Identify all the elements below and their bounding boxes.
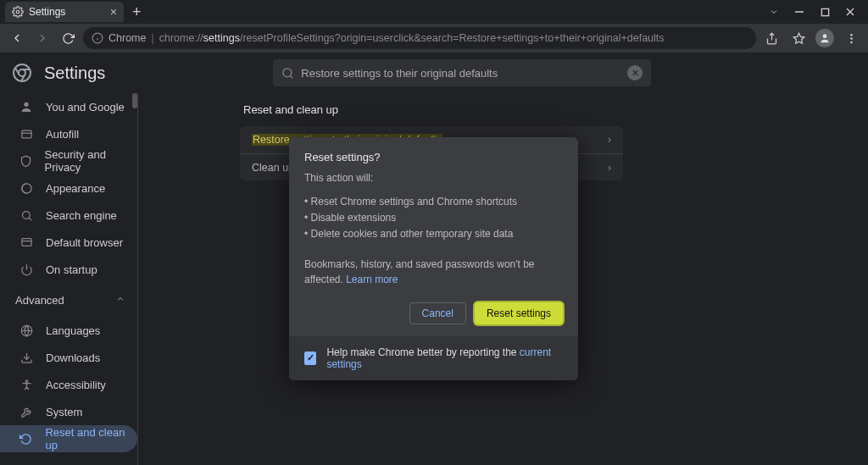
share-icon[interactable]	[761, 28, 782, 48]
search-icon	[19, 209, 34, 222]
svg-point-12	[850, 37, 853, 40]
svg-point-0	[16, 10, 19, 14]
minimize-button[interactable]	[787, 1, 812, 23]
new-tab-button[interactable]: +	[132, 3, 142, 21]
autofill-icon	[19, 128, 34, 141]
accessibility-icon	[19, 379, 34, 391]
svg-line-20	[291, 75, 293, 78]
chevron-down-icon[interactable]	[761, 1, 787, 23]
sidebar-item-you-and-google[interactable]: You and Google	[0, 93, 137, 120]
svg-rect-22	[21, 130, 31, 138]
page-title: Settings	[44, 64, 105, 83]
chevron-up-icon	[115, 294, 125, 307]
cancel-button[interactable]: Cancel	[409, 302, 466, 324]
learn-more-link[interactable]: Learn more	[346, 274, 398, 285]
svg-point-33	[25, 379, 28, 382]
dialog-bullets: • Reset Chrome settings and Chrome short…	[304, 194, 563, 243]
chevron-right-icon: ›	[608, 162, 611, 174]
shield-icon	[19, 155, 33, 168]
sidebar-item-system[interactable]: System	[0, 398, 137, 425]
back-button[interactable]	[7, 28, 27, 48]
wrench-icon	[19, 406, 34, 418]
help-report-checkbox[interactable]: ✓	[304, 352, 316, 365]
sidebar-item-security[interactable]: Security and Privacy	[0, 147, 137, 174]
sidebar-item-autofill[interactable]: Autofill	[0, 120, 137, 147]
svg-point-13	[850, 41, 853, 43]
svg-rect-2	[821, 8, 828, 15]
svg-point-19	[283, 68, 292, 76]
help-report-label: Help make Chrome better by reporting the…	[326, 346, 563, 370]
search-icon	[281, 67, 294, 80]
section-title: Reset and clean up	[243, 103, 766, 116]
dialog-note: Bookmarks, history, and saved passwords …	[304, 257, 563, 287]
svg-point-10	[823, 34, 827, 38]
address-url: chrome://settings/resetProfileSettings?o…	[159, 32, 665, 44]
address-bar[interactable]: Chrome | chrome://settings/resetProfileS…	[83, 27, 756, 49]
chrome-logo-icon	[12, 63, 32, 83]
sidebar-item-downloads[interactable]: Downloads	[0, 344, 137, 371]
address-chrome-label: Chrome	[108, 32, 146, 44]
svg-point-25	[22, 211, 30, 219]
close-window-button[interactable]	[837, 1, 863, 23]
sidebar-item-languages[interactable]: Languages	[0, 317, 137, 344]
tab-title: Settings	[29, 6, 65, 18]
profile-avatar[interactable]	[815, 29, 834, 47]
globe-icon	[19, 324, 34, 337]
restore-icon	[19, 433, 33, 446]
svg-point-11	[850, 33, 853, 36]
dialog-lead: This action will:	[304, 172, 563, 184]
clear-search-icon[interactable]: ✕	[627, 65, 643, 80]
browser-tab[interactable]: Settings ×	[5, 2, 124, 22]
sidebar-item-accessibility[interactable]: Accessibility	[0, 371, 137, 398]
reset-settings-dialog: Reset settings? This action will: • Rese…	[289, 137, 578, 380]
svg-line-26	[29, 218, 31, 220]
maximize-button[interactable]	[812, 1, 837, 23]
bookmark-icon[interactable]	[788, 28, 809, 48]
sidebar-item-reset[interactable]: Reset and clean up	[0, 425, 137, 452]
reset-settings-button[interactable]: Reset settings	[475, 302, 563, 324]
svg-marker-9	[793, 33, 804, 43]
person-icon	[19, 100, 34, 113]
svg-point-21	[24, 102, 28, 107]
settings-search[interactable]: Restore settings to their original defau…	[273, 59, 651, 86]
dialog-title: Reset settings?	[304, 151, 563, 163]
search-text: Restore settings to their original defau…	[301, 67, 498, 80]
info-icon	[92, 32, 103, 44]
sidebar-group-advanced[interactable]: Advanced	[0, 283, 137, 317]
sidebar-item-search-engine[interactable]: Search engine	[0, 202, 137, 229]
appearance-icon	[19, 182, 34, 195]
chevron-right-icon: ›	[608, 134, 611, 146]
menu-icon[interactable]	[841, 28, 861, 48]
browser-icon	[19, 236, 34, 249]
sidebar-item-appearance[interactable]: Appearance	[0, 174, 137, 202]
sidebar-item-on-startup[interactable]: On startup	[0, 256, 137, 283]
download-icon	[19, 352, 34, 364]
sidebar-item-default-browser[interactable]: Default browser	[0, 229, 137, 256]
power-icon	[19, 263, 34, 276]
forward-button[interactable]	[32, 28, 53, 48]
gear-icon	[12, 6, 24, 18]
reload-button[interactable]	[58, 28, 78, 48]
svg-rect-27	[21, 238, 31, 246]
close-icon[interactable]: ×	[110, 5, 117, 19]
